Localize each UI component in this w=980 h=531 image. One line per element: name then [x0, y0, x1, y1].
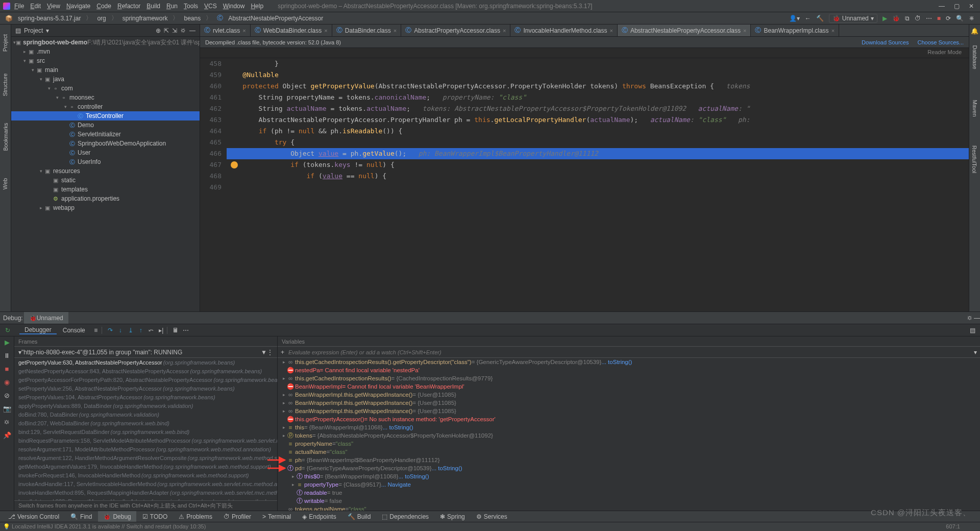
breadcrumb-segment[interactable]: beans [182, 15, 203, 22]
status-right[interactable]: 607:1 ⠀ ⠀ ⠀ [946, 523, 977, 530]
intention-bulb-icon[interactable] [231, 161, 238, 168]
variable-row[interactable]: ▸∞BeanWrapperImpl.this.getWrappedInstanc… [278, 391, 980, 399]
collapse-all-icon[interactable]: ⇲ [172, 27, 177, 34]
back-icon[interactable]: ← [805, 15, 811, 22]
chevron-down-icon[interactable]: ▾ [46, 27, 49, 34]
coverage-icon[interactable]: ⧉ [905, 15, 910, 22]
left-tool-stripe[interactable]: Project Structure Bookmarks Web [0, 25, 11, 311]
stack-frame[interactable]: handleInternal:808, RequestMappingHandle… [14, 497, 277, 500]
menu-window[interactable]: Window [220, 3, 248, 10]
run-to-cursor-icon[interactable]: ▸| [157, 327, 166, 334]
download-sources-link[interactable]: Download Sources [862, 39, 909, 45]
line-gutter[interactable]: 458459460461462463464465466467468469 [200, 58, 227, 311]
bottom-tool-stripe[interactable]: ⎇Version Control🔍Find🐞Debug☑TODO⚠Problem… [0, 511, 980, 522]
tree-node[interactable]: ⚙application.properties [11, 194, 200, 203]
step-over-icon[interactable]: ↷ [106, 327, 115, 334]
bottom-tab-debug[interactable]: 🐞Debug [98, 511, 136, 522]
editor-tab[interactable]: ⒸWebDataBinder.class× [251, 25, 332, 36]
bottom-tab-spring[interactable]: ❃Spring [435, 511, 470, 522]
bookmarks-tool-tab[interactable]: Bookmarks [3, 123, 9, 151]
right-tool-stripe[interactable]: 🔔 Database Maven RestfulTool [969, 25, 980, 311]
stack-frame[interactable]: bindRequestParameters:158, ServletModelA… [14, 436, 277, 445]
menu-view[interactable]: View [44, 3, 63, 10]
close-tab-icon[interactable]: × [242, 28, 246, 34]
debug-side-toolbar[interactable]: ▶ ⏸ ■ ◉ ⊘ 📷 ⛭ 📌 [0, 336, 14, 511]
run-config-selector[interactable]: 🐞 Unnamed ▾ [829, 14, 877, 23]
variable-row[interactable]: ≡propertyName = "class" [278, 440, 980, 448]
rerun-icon[interactable]: ↻ [3, 327, 12, 334]
mute-breakpoints-icon[interactable]: ⊘ [3, 392, 11, 400]
variable-row[interactable]: ▸∞BeanWrapperImpl.this.getWrappedInstanc… [278, 399, 980, 407]
bottom-tab-profiler[interactable]: ⏱Profiler [218, 511, 256, 522]
select-opened-file-icon[interactable]: ⊕ [156, 27, 161, 34]
close-tab-icon[interactable]: × [503, 28, 506, 34]
tree-node[interactable]: ▾▫moonsec [11, 93, 200, 102]
menu-help[interactable]: Help [248, 3, 266, 10]
bottom-tab-terminal[interactable]: >Terminal [257, 511, 296, 522]
debug-config-tab[interactable]: 🐞 Unnamed [24, 312, 68, 324]
tree-node[interactable]: ▾▣src [11, 56, 200, 65]
stack-frame[interactable]: getPropertyAccessorForPropertyPath:820, … [14, 375, 277, 384]
close-tab-icon[interactable]: × [831, 28, 835, 34]
force-step-into-icon[interactable]: ⤓ [126, 327, 135, 334]
variable-row[interactable]: ▸∞this.getCachedIntrospectionResults() =… [278, 374, 980, 382]
bottom-tab-endpoints[interactable]: ◈Endpoints [297, 511, 341, 522]
breadcrumb-segment[interactable]: springframework [120, 15, 170, 22]
settings-icon[interactable]: ⛭ [967, 315, 973, 322]
thread-selector[interactable]: ▾ "http-nio-8080-exec-4"@11,055 in group… [14, 347, 277, 358]
menu-edit[interactable]: Edit [27, 3, 44, 10]
stack-frame[interactable]: applyPropertyValues:889, DataBinder (org… [14, 401, 277, 410]
menu-build[interactable]: Build [143, 3, 163, 10]
project-panel-title[interactable]: Project [24, 27, 43, 34]
git-update-icon[interactable]: ⟳ [946, 15, 951, 22]
minimize-icon[interactable]: — [939, 3, 945, 10]
pin-icon[interactable]: 📌 [3, 431, 11, 440]
variable-row[interactable]: ⛔this.getPropertyAccessor() = No such in… [278, 415, 980, 423]
stack-frame[interactable]: bind:129, ServletRequestDataBinder (org.… [14, 427, 277, 436]
settings-icon[interactable]: ⛭ [3, 418, 11, 426]
tree-node[interactable]: ▣static [11, 176, 200, 185]
close-tab-icon[interactable]: × [743, 28, 746, 34]
stop-icon[interactable]: ■ [3, 365, 11, 373]
reader-mode-toggle[interactable]: Reader Mode [927, 49, 962, 55]
stack-frame[interactable]: setPropertyValues:104, AbstractPropertyA… [14, 393, 277, 401]
close-tab-icon[interactable]: × [394, 28, 397, 34]
tree-node[interactable]: ⒸDemo [11, 120, 200, 130]
tree-node[interactable]: ▸▣.mvn [11, 47, 200, 56]
stack-frame[interactable]: resolveArgument:171, ModelAttributeMetho… [14, 445, 277, 453]
bottom-tab-dependencies[interactable]: ⬚Dependencies [377, 511, 434, 522]
menu-navigate[interactable]: Navigate [63, 3, 93, 10]
evaluate-expression-input[interactable] [287, 349, 971, 356]
get-thread-dump-icon[interactable]: 📷 [3, 405, 11, 413]
close-tab-icon[interactable]: × [609, 28, 612, 34]
project-view-icon[interactable]: ▤ [15, 27, 21, 34]
expand-all-icon[interactable]: ⇱ [164, 27, 169, 34]
breadcrumb-segment[interactable]: AbstractNestablePropertyAccessor [226, 15, 325, 22]
choose-sources-link[interactable]: Choose Sources... [918, 39, 964, 45]
expand-icon[interactable]: ▾ [974, 349, 977, 356]
editor-tab[interactable]: ⒸInvocableHandlerMethod.class× [510, 25, 618, 36]
variable-row[interactable]: ▾ⓕpd = {GenericTypeAwarePropertyDescript… [278, 464, 980, 472]
breadcrumb[interactable]: 📦 spring-beans-5.3.17.jar〉org〉springfram… [3, 14, 325, 22]
layout-icon[interactable]: ▤ [968, 327, 977, 334]
maven-tool-tab[interactable]: Maven [972, 100, 978, 116]
project-tool-tab[interactable]: Project [3, 34, 9, 52]
filter-icon[interactable]: ▼ [261, 349, 267, 356]
build-icon[interactable]: 🔨 [816, 15, 824, 22]
stack-frame[interactable]: doBind:780, DataBinder (org.springframew… [14, 410, 277, 419]
pause-icon[interactable]: ⏸ [3, 352, 11, 360]
tree-node[interactable]: ⒸUser [11, 148, 200, 157]
run-icon[interactable]: ▶ [883, 15, 887, 22]
user-icon[interactable]: 👤▾ [789, 15, 800, 22]
project-tree[interactable]: ▾▣springboot-web-demo F:\晴月\2021\java安全\… [11, 37, 200, 311]
variable-row[interactable]: ▸≡this = {BeanWrapperImpl@11068} ... toS… [278, 423, 980, 431]
variable-row[interactable]: ⛔BeanWrapperImpl = Cannot find local var… [278, 382, 980, 391]
bottom-tab-services[interactable]: ⚙Services [471, 511, 512, 522]
stack-frame[interactable]: doBind:207, WebDataBinder (org.springfra… [14, 419, 277, 427]
step-into-icon[interactable]: ↓ [116, 327, 125, 334]
trace-icon[interactable]: ⋯ [181, 327, 190, 334]
editor-tab[interactable]: ⒸAbstractNestablePropertyAccessor.class× [618, 25, 751, 36]
variable-row[interactable]: ▸∞this.getCachedIntrospectionResults().g… [278, 358, 980, 366]
variable-row[interactable]: ▸≡propertyType = {Class@9517} ... Naviga… [278, 480, 980, 489]
tree-node[interactable]: ▸▣webapp [11, 203, 200, 212]
